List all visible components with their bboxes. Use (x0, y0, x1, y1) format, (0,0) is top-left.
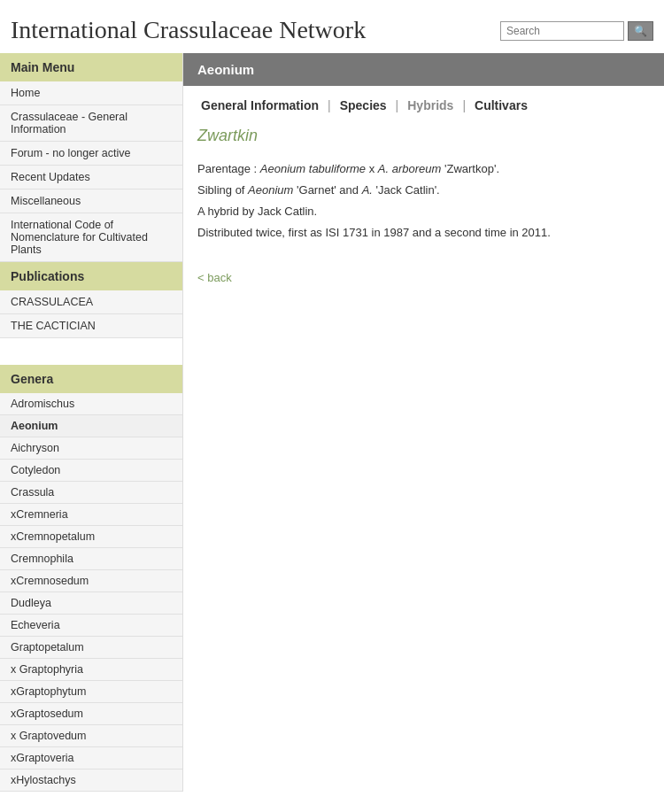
main-content: Aeonium General Information | Species | … (183, 53, 664, 293)
genera-item-echeveria[interactable]: Echeveria (0, 615, 182, 637)
genera-item-cremnophila[interactable]: Cremnophila (0, 548, 182, 570)
sidebar-item-crassulacea[interactable]: CRASSULACEA (0, 290, 182, 314)
parentage-species-2: A. arboreum (378, 162, 442, 175)
genera-item-xcremnopetalum[interactable]: xCremnopetalum (0, 526, 182, 548)
parentage-line: Parentage : Aeonium tabuliforme x A. arb… (197, 159, 650, 179)
tab-species[interactable]: Species (336, 98, 390, 112)
tab-sep-1: | (322, 98, 336, 112)
genera-item-xhylostachys[interactable]: xHylostachys (0, 769, 182, 792)
genera-item-aeonium[interactable]: Aeonium (0, 415, 182, 437)
content-header: Aeonium (183, 53, 664, 86)
parentage-label: Parentage : (197, 162, 257, 175)
genera-item-graptopetalum[interactable]: Graptopetalum (0, 637, 182, 659)
genera-item-xgraptophytum[interactable]: xGraptophytum (0, 681, 182, 703)
genera-list: AdromischusAeoniumAichrysonCotyledonCras… (0, 393, 182, 792)
tab-general-information[interactable]: General Information (197, 98, 322, 112)
taxon-body: Parentage : Aeonium tabuliforme x A. arb… (183, 156, 664, 262)
genera-item-xgraptoveria[interactable]: xGraptoveria (0, 747, 182, 769)
sidebar: Main Menu Home Crassulaceae - General In… (0, 53, 183, 792)
genera-item-cotyledon[interactable]: Cotyledon (0, 460, 182, 482)
genera-item-xgraptosedum[interactable]: xGraptosedum (0, 703, 182, 725)
search-input[interactable] (500, 21, 624, 41)
tab-hybrids[interactable]: Hybrids (404, 98, 457, 112)
sidebar-item-forum[interactable]: Forum - no longer active (0, 142, 182, 166)
parentage-species-1: Aeonium tabuliforme (260, 162, 366, 175)
back-link[interactable]: < back (197, 271, 232, 284)
publications-title: Publications (0, 262, 182, 290)
genera-title: Genera (0, 365, 182, 393)
sidebar-item-home[interactable]: Home (0, 81, 182, 105)
genera-item-xcremneria[interactable]: xCremneria (0, 504, 182, 526)
parentage-x: x (369, 162, 378, 175)
sidebar-gap (0, 338, 182, 365)
distributed-line: Distributed twice, first as ISI 1731 in … (197, 223, 650, 243)
sibling-text-2: 'Jack Catlin'. (376, 183, 440, 197)
tab-cultivars[interactable]: Cultivars (471, 98, 531, 112)
site-title: International Crassulaceae Network (11, 16, 366, 44)
tabs-row: General Information | Species | Hybrids … (183, 86, 664, 120)
layout: Main Menu Home Crassulaceae - General In… (0, 53, 664, 792)
sibling-text-1: 'Garnet' and (297, 183, 362, 197)
genera-item-adromischus[interactable]: Adromischus (0, 393, 182, 415)
sidebar-item-crassulaceae[interactable]: Crassulaceae - General Information (0, 105, 182, 142)
genera-item-crassula[interactable]: Crassula (0, 482, 182, 504)
tab-sep-3: | (457, 98, 471, 112)
taxon-title: Zwartkin (183, 120, 664, 156)
site-header: International Crassulaceae Network 🔍 (0, 0, 664, 53)
genera-item-dudleya[interactable]: Dudleya (0, 592, 182, 615)
genera-item-xcremnosedum[interactable]: xCremnosedum (0, 570, 182, 592)
sibling-genus: Aeonium (248, 183, 293, 197)
sibling-label: Sibling of (197, 183, 248, 197)
genera-item-x-graptovedum[interactable]: x Graptovedum (0, 725, 182, 747)
sidebar-item-cactician[interactable]: THE CACTICIAN (0, 314, 182, 338)
search-button[interactable]: 🔍 (628, 21, 653, 41)
sibling-abbr: A. (362, 183, 373, 197)
genera-item-aichryson[interactable]: Aichryson (0, 437, 182, 460)
tab-sep-2: | (390, 98, 405, 112)
main-menu-title: Main Menu (0, 53, 182, 81)
sidebar-item-code[interactable]: International Code of Nomenclature for C… (0, 213, 182, 262)
sidebar-item-recent[interactable]: Recent Updates (0, 166, 182, 189)
hybrid-line: A hybrid by Jack Catlin. (197, 202, 650, 221)
search-area: 🔍 (500, 21, 653, 41)
genera-item-x-graptophyria[interactable]: x Graptophyria (0, 659, 182, 681)
parentage-cultivar: 'Zwartkop'. (444, 162, 499, 175)
sidebar-item-misc[interactable]: Miscellaneous (0, 189, 182, 213)
sibling-line: Sibling of Aeonium 'Garnet' and A. 'Jack… (197, 181, 650, 200)
